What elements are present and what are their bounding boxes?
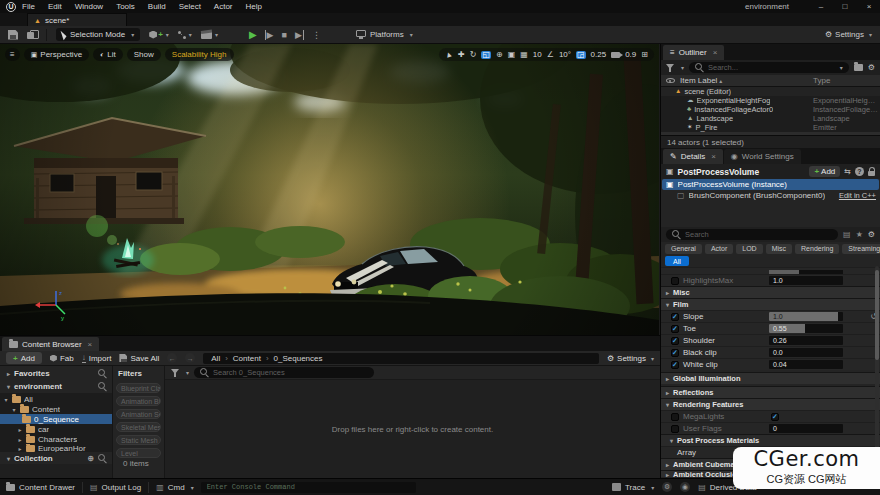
surface-snap-icon[interactable]: ▣ [508,51,516,59]
checkbox-checked[interactable]: ✓ [671,349,679,357]
trace-dropdown[interactable]: Trace ▾ [612,483,654,492]
lock-icon[interactable] [868,171,875,176]
view-mode-dropdown[interactable]: ◐ Lit [93,48,123,61]
content-drawer-button[interactable]: Content Drawer [6,483,75,492]
value-field[interactable]: 0.0 [769,348,843,357]
chip-lod[interactable]: LOD [736,244,762,254]
toolbar-settings-dropdown[interactable]: ⚙ Settings ▾ [825,30,872,39]
breadcrumb-all[interactable]: All [211,354,220,363]
item-label-column[interactable]: Item Label [680,76,717,85]
breadcrumb-content[interactable]: Content [233,354,261,363]
rotation-snap-icon[interactable]: ∠ [547,51,554,59]
play-options-menu[interactable]: ⋮ [312,30,321,40]
tree-item-0-sequence[interactable]: 0_Sequence [0,414,112,424]
play-button[interactable]: ▶ [249,29,257,40]
checkbox-checked[interactable]: ✓ [671,313,679,321]
convert-to-blueprint-icon[interactable]: ⇆ [844,167,851,176]
section-reflections[interactable]: ▸ Reflections [661,386,880,398]
checkbox-checked[interactable]: ✓ [671,337,679,345]
grid-snap-value[interactable]: 10 [533,50,542,59]
add-collection-icon[interactable]: ⊕ [87,454,94,463]
save-icon[interactable] [8,30,18,40]
chevron-down-icon[interactable]: ▾ [186,369,189,376]
filter-animation-blueprint[interactable]: Animation Bl [116,396,161,406]
tree-item-car[interactable]: ▸ car [0,424,112,434]
component-row-root[interactable]: ▣ PostProcessVolume (Instance) [662,179,879,190]
outliner-settings-icon[interactable]: ⚙ [868,63,875,72]
maximize-button[interactable]: □ [838,2,852,11]
menu-window[interactable]: Window [75,2,103,11]
add-component-button[interactable]: + Add [809,166,840,177]
filter-level[interactable]: Level [116,448,161,458]
unreal-logo-icon[interactable]: U [6,2,16,12]
tab-details[interactable]: ✎ Details × [663,149,723,164]
favorites-star-icon[interactable]: ★ [856,230,863,239]
eject-button[interactable]: ▶ [295,30,304,40]
close-icon[interactable]: × [711,152,716,161]
project-browser-icon[interactable] [27,30,37,39]
menu-help[interactable]: Help [246,2,262,11]
chevron-down-icon[interactable]: ▾ [840,64,843,71]
asset-search-box[interactable] [194,367,374,378]
details-settings-icon[interactable]: ⚙ [868,230,875,239]
help-icon[interactable]: ? [855,167,864,176]
outliner-row-landscape[interactable]: ▲ Landscape Landscape [661,114,880,123]
section-film[interactable]: ▾ Film [661,298,880,310]
asset-search-input[interactable] [213,368,368,377]
menu-build[interactable]: Build [148,2,166,11]
checkbox-unchecked[interactable]: ✓ [671,277,679,285]
component-row-brush[interactable]: ▢ BrushComponent (BrushComponent0) Edit … [661,190,880,201]
settings-circle-icon[interactable]: ⚙ [662,482,672,492]
tab-outliner[interactable]: ≡ Outliner × [663,45,724,60]
chip-general[interactable]: General [665,244,702,254]
section-misc[interactable]: ▸ Misc [661,286,880,298]
new-folder-icon[interactable] [854,64,863,71]
save-all-button[interactable]: Save All [119,354,159,363]
filter-icon[interactable] [171,369,179,374]
show-dropdown[interactable]: Show [127,48,161,61]
section-rendering-features[interactable]: ▾ Rendering Features [661,398,880,410]
cinematics-dropdown[interactable]: ▾ [201,31,218,39]
forward-button[interactable]: → [185,353,195,363]
search-icon[interactable] [98,454,107,463]
add-actor-dropdown[interactable]: +▾ [149,31,169,39]
cmd-dropdown[interactable]: ▥ Cmd ▾ [156,483,193,492]
skip-button[interactable]: ▶ [265,30,274,40]
rotate-tool-icon[interactable]: ↻ [470,51,477,59]
chip-rendering[interactable]: Rendering [795,244,839,254]
chevron-right-icon[interactable]: ▸ [17,445,23,452]
output-log-button[interactable]: ▤ Output Log [90,483,141,492]
scalability-warning[interactable]: Scalability High [165,48,234,61]
section-global-illumination[interactable]: ▸ Global Illumination [661,372,880,384]
checkbox-checked[interactable]: ✓ [671,361,679,369]
chip-all[interactable]: All [665,256,689,266]
collection-header[interactable]: ▾ Collection ⊕ [0,452,112,464]
value-field[interactable]: 0.26 [769,336,843,345]
slider-field[interactable]: 1.0 [769,312,843,321]
maximize-viewport-icon[interactable]: ⊞ [641,51,648,59]
tree-item-europeanhor[interactable]: ▸ EuropeanHor [0,444,112,452]
outliner-row-fog[interactable]: ☁ ExponentialHeightFog ExponentialHeight… [661,96,880,105]
chevron-down-icon[interactable]: ▾ [3,396,9,403]
chip-streaming[interactable]: Streaming [842,244,880,254]
filter-skeletal-mesh[interactable]: Skeletal Mes [116,422,161,432]
menu-tools[interactable]: Tools [116,2,135,11]
scale-tool-icon[interactable]: ◱ [481,51,491,59]
viewport[interactable]: ≡ ▣ Perspective ◐ Lit Show Scalability H… [0,44,659,335]
tree-item-content[interactable]: ▾ Content [0,404,112,414]
value-field[interactable]: 1.0 [769,276,843,285]
chevron-right-icon[interactable]: ▸ [17,436,23,443]
details-scrollbar[interactable] [875,266,879,474]
search-icon[interactable] [98,382,107,391]
tree-item-all[interactable]: ▾ All [0,394,112,404]
viewport-options-menu[interactable]: ≡ [5,48,20,61]
filter-animation-sequence[interactable]: Animation Se [116,409,161,419]
import-button[interactable]: ↓ Import [82,354,112,363]
chevron-right-icon[interactable]: ▸ [17,426,23,433]
chip-misc[interactable]: Misc [766,244,792,254]
camera-speed-value[interactable]: 0.9 [625,50,636,59]
chevron-down-icon[interactable]: ▾ [681,64,684,71]
checkbox-checked[interactable]: ✓ [671,325,679,333]
tab-world-settings[interactable]: ◉ World Settings [724,149,801,164]
minimize-button[interactable]: – [814,2,828,11]
